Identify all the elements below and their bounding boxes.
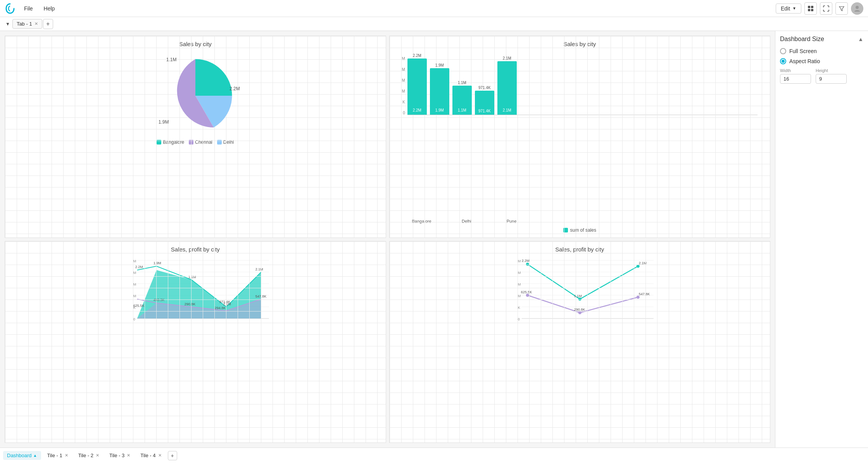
svg-point-4	[856, 6, 859, 9]
svg-text:290.8K: 290.8K	[574, 308, 585, 312]
legend-delhi: Delhi	[217, 139, 234, 145]
svg-text:M: M	[518, 282, 521, 286]
width-field: Width	[780, 68, 811, 84]
fullscreen-icon	[823, 5, 829, 12]
svg-point-43	[578, 298, 581, 301]
menu-bar: File Help	[19, 4, 60, 13]
fullscreen-option[interactable]: Full Screen	[780, 48, 863, 54]
svg-text:M: M	[133, 282, 136, 286]
tab-close-icon[interactable]: ✕	[35, 21, 38, 26]
svg-text:1.1M: 1.1M	[574, 294, 582, 298]
svg-text:M: M	[518, 294, 521, 298]
svg-text:2.1M: 2.1M	[638, 261, 646, 265]
bar-chart-legend: sum of sales	[563, 227, 596, 233]
bar-bangalore2: 1.9M	[430, 68, 449, 115]
svg-text:M: M	[133, 271, 136, 275]
svg-text:1.9M: 1.9M	[154, 261, 161, 265]
bar-chart-title: Sales by city	[563, 41, 596, 47]
pie-label-2.2M: 2.2M	[230, 86, 240, 91]
svg-text:547.8K: 547.8K	[255, 294, 267, 298]
topbar-right: Edit ▼	[776, 2, 863, 15]
grid-view-button[interactable]	[804, 2, 817, 15]
width-input[interactable]	[780, 74, 811, 84]
aspect-ratio-radio[interactable]	[780, 58, 786, 64]
svg-text:M: M	[518, 271, 521, 275]
help-menu[interactable]: Help	[38, 4, 60, 13]
height-label: Height	[816, 68, 847, 73]
svg-text:2.2M: 2.2M	[135, 265, 143, 269]
panel-header: Dashboard Size ▲	[780, 36, 863, 43]
height-field: Height	[816, 68, 847, 84]
dashboard-canvas: Sales by city 1.1M 2.2M 1.9M	[0, 31, 775, 448]
svg-rect-3	[811, 9, 813, 11]
filter-icon	[839, 5, 845, 12]
svg-text:547.8K: 547.8K	[638, 292, 650, 296]
dashboard-tab-chevron[interactable]: ▲	[33, 453, 37, 458]
pie-chart-cell: Sales by city 1.1M 2.2M 1.9M	[5, 36, 386, 238]
fullscreen-button[interactable]	[820, 2, 832, 15]
tile-add-button[interactable]: +	[168, 451, 177, 460]
bar-delhi: 1.1M	[452, 86, 472, 115]
svg-text:290.8K: 290.8K	[185, 302, 196, 306]
aspect-ratio-option[interactable]: Aspect Ratio	[780, 58, 863, 64]
tile-3-tab[interactable]: Tile - 3 ✕	[105, 451, 134, 460]
width-label: Width	[780, 68, 811, 73]
svg-rect-2	[808, 9, 810, 11]
bar-pune-group: 2.1M 2.1M	[497, 56, 517, 115]
svg-text:294.8K: 294.8K	[215, 306, 226, 310]
user-avatar[interactable]	[851, 2, 863, 15]
tab-add-button[interactable]: +	[43, 19, 53, 29]
edit-button[interactable]: Edit ▼	[776, 3, 801, 14]
height-input[interactable]	[816, 74, 847, 84]
svg-text:625.5K: 625.5K	[521, 290, 532, 294]
svg-point-44	[636, 265, 639, 268]
tile-1-tab[interactable]: Tile - 1 ✕	[43, 451, 72, 460]
area-chart-svg: M M M M K 0	[14, 256, 377, 326]
svg-point-42	[526, 263, 529, 266]
svg-text:M: M	[518, 259, 521, 263]
dashboard-tab[interactable]: Dashboard ▲	[3, 451, 41, 460]
svg-rect-1	[811, 6, 813, 8]
svg-text:0: 0	[518, 317, 519, 321]
tile-1-close[interactable]: ✕	[65, 453, 68, 458]
svg-point-46	[578, 311, 581, 314]
bar-bangalore2-group: 1.9M 1.9M	[430, 63, 449, 115]
bar-delhi2: 971.4K	[475, 91, 494, 115]
right-panel: Dashboard Size ▲ Full Screen Aspect Rati…	[775, 31, 868, 448]
tab-1[interactable]: Tab - 1 ✕	[12, 19, 42, 29]
file-menu[interactable]: File	[19, 4, 38, 13]
topbar: File Help Edit ▼	[0, 0, 868, 17]
area-chart-cell: Sales, profit by city M M M M K 0	[5, 241, 386, 443]
fullscreen-radio[interactable]	[780, 48, 786, 54]
panel-collapse-button[interactable]: ▲	[858, 36, 863, 42]
area-chart-title: Sales, profit by city	[171, 246, 220, 253]
tile-2-tab[interactable]: Tile - 2 ✕	[74, 451, 103, 460]
bar-delhi-group: 1.1M 1.1M	[452, 81, 472, 115]
svg-rect-0	[808, 6, 810, 8]
tile-4-close[interactable]: ✕	[158, 453, 162, 458]
svg-text:1.1M: 1.1M	[188, 275, 196, 279]
pie-chart-title: Sales by city	[179, 41, 212, 47]
panel-title: Dashboard Size	[780, 36, 824, 43]
line-chart-cell: Sales, profit by city M M M M K 0	[389, 241, 771, 443]
app-logo	[5, 3, 16, 14]
pie-label-1.9M: 1.9M	[159, 119, 169, 125]
svg-text:971.4K: 971.4K	[219, 300, 231, 304]
tab-dropdown[interactable]: ▼	[3, 20, 12, 28]
bar-delhi2-group: 971.4K 971.4K	[475, 86, 494, 115]
svg-text:K: K	[518, 306, 520, 310]
chevron-down-icon: ▼	[792, 6, 796, 10]
main-area: Sales by city 1.1M 2.2M 1.9M	[0, 31, 868, 448]
tile-3-close[interactable]: ✕	[127, 453, 130, 458]
line-chart-title: Sales, profit by city	[555, 246, 604, 253]
bar-pune: 2.1M	[497, 61, 517, 115]
grid-icon	[808, 5, 814, 12]
avatar-icon	[854, 5, 861, 12]
tab-bar: ▼ Tab - 1 ✕ +	[0, 17, 868, 31]
svg-text:0: 0	[133, 317, 135, 321]
filter-button[interactable]	[835, 2, 848, 15]
bar-bangalore: 2.2M	[407, 59, 427, 115]
tile-4-tab[interactable]: Tile - 4 ✕	[136, 451, 165, 460]
svg-text:2.2M: 2.2M	[521, 259, 529, 263]
tile-2-close[interactable]: ✕	[96, 453, 99, 458]
